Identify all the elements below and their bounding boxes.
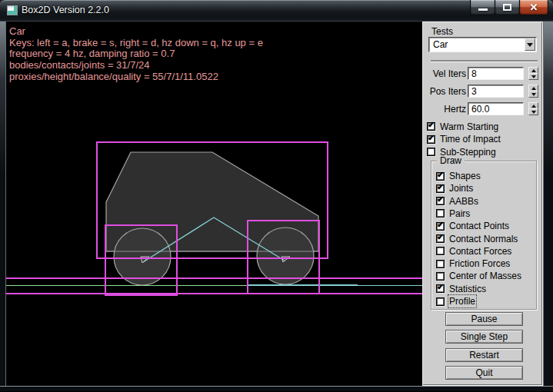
friction-forces-label: Friction Forces [449,258,510,269]
option-friction-forces[interactable]: Friction Forces [436,259,510,269]
statistics-label: Statistics [449,284,486,294]
spinner-row-pos-iters: Pos Iters3 [422,85,543,98]
option-aabbs[interactable]: ✔AABBs [436,196,478,206]
checkmark-icon: ✔ [428,121,435,129]
pairs-label: Pairs [449,208,470,219]
statistics-checkbox[interactable]: ✔ [436,284,445,293]
arrow-down-icon [531,93,536,96]
arrow-up-icon [531,105,536,108]
hertz-field[interactable]: 60.0 [468,102,524,115]
time-of-impact-checkbox[interactable]: ✔ [427,135,435,144]
contact-normals-label: Contact Normals [449,234,518,244]
shapes-label: Shapes [449,171,481,181]
minimize-icon [478,8,488,11]
warm-starting-label: Warm Starting [440,121,498,132]
close-button[interactable]: ✕ [519,0,548,15]
shapes-checkbox[interactable]: ✔ [436,172,445,181]
arrow-down-icon [531,111,536,114]
hud-line-2: Keys: left = a, brake = s, right = d, hz… [9,38,263,49]
minimize-button[interactable] [470,0,495,15]
pause-button[interactable]: Pause [445,312,523,326]
contact-forces-label: Contact Forces [449,246,511,257]
quit-button[interactable]: Quit [445,366,523,380]
checkmark-icon: ✔ [437,233,444,241]
chevron-down-icon [527,43,533,47]
hud-line-3: frequency = 4 hz, damping ratio = 0.7 [9,48,263,60]
window-border-bottom [0,386,553,392]
dropdown-button[interactable] [525,38,535,51]
window-border-left [0,22,6,386]
hertz-label: Hertz [422,104,466,115]
contact-forces-checkbox[interactable] [436,247,445,255]
sub-stepping-checkbox[interactable] [427,148,435,156]
contact-points-label: Contact Points [449,221,509,231]
simulation-canvas[interactable]: CarKeys: left = a, brake = s, right = d,… [6,22,422,386]
time-of-impact-label: Time of Impact [440,134,501,145]
checkmark-icon: ✔ [437,221,444,229]
contact-normals-checkbox[interactable]: ✔ [436,234,445,243]
restart-button[interactable]: Restart [445,348,523,362]
checkmark-icon: ✔ [437,195,444,204]
vel-iters-field[interactable]: 8 [468,67,524,80]
option-statistics[interactable]: ✔Statistics [436,284,486,294]
profile-label: Profile [449,296,475,307]
hud-line-4: bodies/contacts/joints = 31/7/24 [9,60,263,71]
hud-line-5: proxies/height/balance/quality = 55/7/1/… [9,71,263,83]
window-controls: ✕ [471,0,548,15]
hertz-spin-down[interactable] [528,108,538,115]
car-wheel-front [257,228,314,284]
joints-checkbox[interactable]: ✔ [436,184,445,193]
aabbs-label: AABBs [449,196,478,207]
pos-iters-spinner [528,85,538,98]
pairs-checkbox[interactable] [436,209,445,218]
center-of-masses-label: Center of Masses [449,271,521,281]
option-joints[interactable]: ✔Joints [436,184,473,194]
vel-iters-spin-down[interactable] [528,73,538,80]
test-select-value: Car [433,39,448,50]
single-step-button[interactable]: Single Step [445,330,523,344]
option-shapes[interactable]: ✔Shapes [436,171,481,181]
control-panel: Tests Car Vel Iters8Pos Iters3Hertz60.0 … [422,22,543,386]
option-time-of-impact[interactable]: ✔Time of Impact [427,135,501,145]
joints-label: Joints [449,183,473,194]
aabbs-checkbox[interactable]: ✔ [436,197,445,205]
checkmark-icon: ✔ [437,171,444,179]
app-icon [7,5,18,15]
center-of-masses-checkbox[interactable] [436,272,445,281]
pos-iters-spin-down[interactable] [528,91,538,98]
option-contact-forces[interactable]: Contact Forces [436,246,511,256]
option-pairs[interactable]: Pairs [436,208,470,218]
arrow-up-icon [531,69,536,72]
arrow-up-icon [531,87,536,90]
pos-iters-label: Pos Iters [422,86,466,97]
checkmark-icon: ✔ [428,134,435,142]
vel-iters-label: Vel Iters [422,68,466,79]
friction-forces-checkbox[interactable] [436,260,445,268]
draw-group-title: Draw [437,155,465,166]
option-contact-normals[interactable]: ✔Contact Normals [436,234,518,244]
separator [431,60,538,61]
warm-starting-checkbox[interactable]: ✔ [427,122,435,131]
app-window: Box2D Version 2.2.0 ✕ [0,0,553,392]
option-contact-points[interactable]: ✔Contact Points [436,221,509,231]
vel-iters-spinner [528,67,538,80]
contact-points-checkbox[interactable]: ✔ [436,222,445,231]
pos-iters-field[interactable]: 3 [468,85,524,98]
option-warm-starting[interactable]: ✔Warm Starting [427,121,498,131]
close-icon: ✕ [530,1,538,15]
debug-text-overlay: CarKeys: left = a, brake = s, right = d,… [9,26,263,83]
client-area: CarKeys: left = a, brake = s, right = d,… [6,22,543,386]
arrow-down-icon [531,75,536,78]
spinner-row-vel-iters: Vel Iters8 [422,67,543,81]
profile-checkbox[interactable] [436,297,445,306]
tests-label: Tests [431,26,453,37]
test-select-dropdown[interactable]: Car [428,37,537,52]
maximize-button[interactable] [495,0,520,15]
option-center-of-masses[interactable]: Center of Masses [436,271,521,281]
window-border-right [543,22,553,386]
window-title: Box2D Version 2.2.0 [22,0,109,22]
spinner-row-hertz: Hertz60.0 [422,102,543,116]
titlebar[interactable]: Box2D Version 2.2.0 ✕ [0,0,553,22]
hertz-spinner [528,102,538,115]
option-profile[interactable]: Profile [436,297,475,307]
